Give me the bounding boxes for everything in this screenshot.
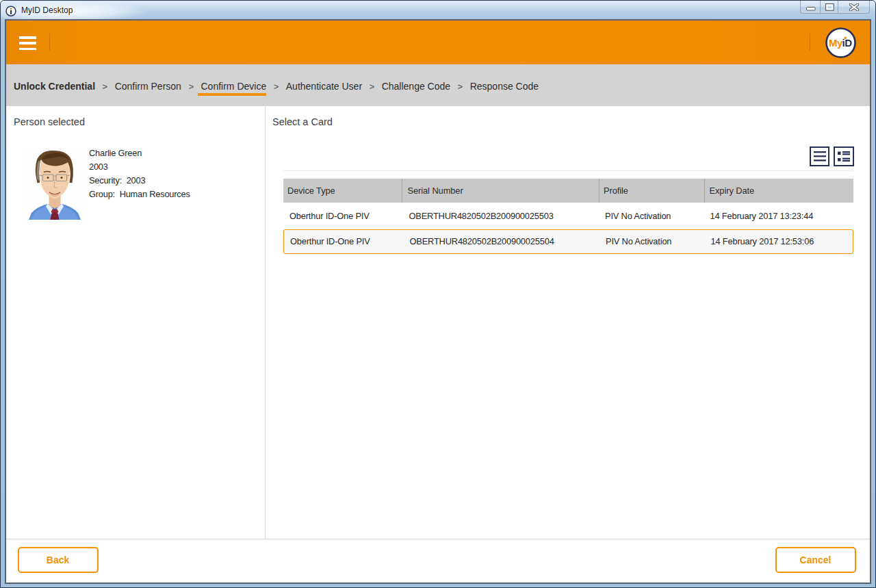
svg-text:MyiD: MyiD: [829, 37, 852, 49]
